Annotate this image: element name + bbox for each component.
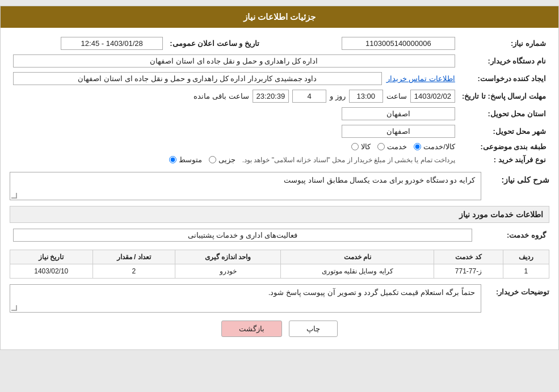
col-vahed: واحد اندازه گیری (175, 250, 280, 264)
radio-khedmat-label: خدمت (387, 142, 407, 151)
ettelaat-khadamat-title: اطلاعات خدمات مورد نیاز (10, 206, 549, 223)
page-title: جزئیات اطلاعات نیاز (243, 12, 316, 22)
sharh-box-wrapper: کرایه دو دستگاه خودرو برای مدت یکسال مطا… (10, 172, 481, 200)
ijad-konande-value: داود جمشیدی کاربردار اداره کل راهداری و … (13, 72, 382, 85)
ijad-konande-link[interactable]: اطلاعات تماس خریدار (386, 74, 455, 83)
nam-dastgah-label: نام دستگاه خریدار: (459, 52, 549, 70)
radio-jozi: جزیی (209, 155, 236, 164)
ijad-konande-label: ایجاد کننده درخواست: (459, 70, 549, 87)
sharh-row: شرح کلی نیاز: کرایه دو دستگاه خودرو برای… (10, 172, 549, 200)
noee-farayand-label: نوع فرآیند خرید : (459, 153, 549, 166)
resize-handle (11, 193, 17, 199)
tarikh-elan-label: تاریخ و ساعت اعلان عمومی: (166, 35, 263, 52)
shomara-niaz-value: 1103005140000006 (342, 37, 455, 50)
radio-kala: کالا (351, 142, 371, 151)
content-area: شماره نیاز: 1103005140000006 تاریخ و ساع… (1, 28, 558, 349)
sharh-label: شرح کلی نیاز: (487, 172, 549, 188)
page-wrapper: جزئیات اطلاعات نیاز شماره نیاز: 11030051… (0, 6, 559, 350)
table-row: 1ز-77-771کرایه وسایل نقلیه موتوریخودرو21… (10, 264, 549, 279)
date-value: 1403/02/02 (410, 90, 455, 103)
sharh-value: کرایه دو دستگاه خودرو برای مدت یکسال مطا… (10, 172, 481, 200)
radio-motavaset-label: متوسط (179, 155, 202, 164)
radio-kala-khedmat-input[interactable] (414, 143, 421, 150)
radio-kala-input[interactable] (351, 143, 359, 150)
tosifat-row: توضیحات خریدار: حتماً برگه استعلام قیمت … (10, 284, 549, 313)
tarikh-ersal-label: مهلت ارسال پاسخ: تا تاریخ: (459, 87, 549, 105)
services-table: ردیف کد خدمت نام خدمت واحد اندازه گیری ت… (10, 250, 549, 279)
noee-farayand-row: پرداخت تمام یا بخشی از مبلغ خریدار از مح… (13, 155, 455, 164)
ostan-value: اصفهان (342, 107, 455, 120)
radio-kala-khedmat: کالا/خدمت (414, 142, 455, 151)
radio-jozi-label: جزیی (218, 155, 236, 164)
tosifat-value: حتماً برگه استعلام قیمت تکمیل گردد و تصو… (10, 284, 481, 313)
radio-motavaset-input[interactable] (169, 156, 176, 163)
back-button[interactable]: بازگشت (221, 321, 282, 337)
col-kod: کد خدمت (434, 250, 503, 264)
tarikh-elan-value: 1403/01/28 - 12:45 (61, 37, 163, 50)
time-row: 1403/02/02 ساعت 13:00 روز و 4 23:20:39 س… (13, 90, 455, 103)
radio-khedmat-input[interactable] (377, 143, 385, 150)
main-info-table: شماره نیاز: 1103005140000006 تاریخ و ساع… (10, 35, 549, 166)
print-button[interactable]: چاپ (289, 321, 338, 337)
tabaqe-label: طبقه بندی موضوعی: (459, 140, 549, 153)
noee-farayand-note: پرداخت تمام یا بخشی از مبلغ خریدار از مح… (242, 156, 455, 164)
saaat-mande-label: ساعت باقی مانده (194, 92, 249, 100)
radio-motavaset: متوسط (169, 155, 202, 164)
radio-kala-label: کالا (361, 142, 371, 151)
col-tarikh: تاریخ نیاز (10, 250, 93, 264)
tosifat-label: توضیحات خریدار: (487, 284, 549, 296)
radio-kala-khedmat-label: کالا/خدمت (423, 142, 455, 151)
ijad-konande-row: اطلاعات تماس خریدار داود جمشیدی کاربردار… (13, 72, 455, 85)
gorooh-khadamat-label: گروه خدمت: (476, 226, 549, 244)
buttons-row: چاپ بازگشت (10, 321, 549, 337)
time-value: 13:00 (349, 90, 383, 103)
time-label: ساعت (386, 92, 407, 100)
gorooh-khadamat-value: فعالیت‌های اداری و خدمات پشتیبانی (13, 229, 472, 242)
col-tedad: تعداد / مقدار (93, 250, 175, 264)
resize-handle-2 (11, 305, 17, 311)
rooz-label: روز و (330, 92, 346, 100)
tabaqe-radio-group: کالا خدمت کالا/خدمت (13, 142, 455, 151)
shahr-value: اصفهان (342, 125, 455, 138)
noee-radio-group: متوسط جزیی (169, 155, 236, 164)
radio-khedmat: خدمت (377, 142, 407, 151)
col-radif: ردیف (503, 250, 549, 264)
khadamat-info-table: گروه خدمت: فعالیت‌های اداری و خدمات پشتی… (10, 226, 549, 244)
shahr-label: شهر محل تحویل: (459, 123, 549, 140)
tosifat-box-wrapper: حتماً برگه استعلام قیمت تکمیل گردد و تصو… (10, 284, 481, 313)
nam-dastgah-value: اداره کل راهداری و حمل و نقل جاده ای است… (13, 54, 455, 68)
rooz-value: 4 (292, 90, 326, 103)
ostan-label: استان محل تحویل: (459, 105, 549, 123)
saaat-mande-value: 23:20:39 (253, 90, 289, 103)
shomara-niaz-label: شماره نیاز: (459, 35, 549, 52)
col-nam: نام خدمت (281, 250, 434, 264)
radio-jozi-input[interactable] (209, 156, 216, 163)
page-header: جزئیات اطلاعات نیاز (1, 6, 558, 28)
